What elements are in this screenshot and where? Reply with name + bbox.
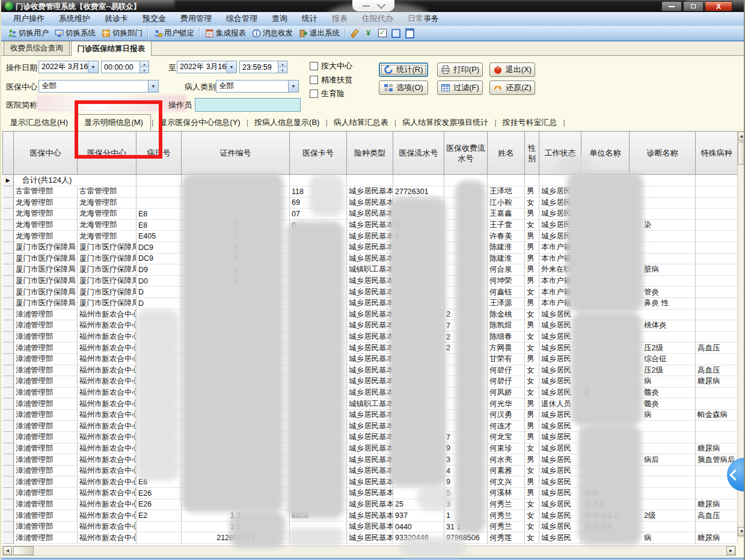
checkbox-icon[interactable] xyxy=(310,76,318,84)
integrated-report-button[interactable]: 集成报表 xyxy=(202,27,249,40)
stat-button[interactable]: 统计(R) xyxy=(379,62,428,77)
scroll-thumb[interactable] xyxy=(738,142,745,165)
document-tabs: 收费员综合查询 门诊医保结算日报表 xyxy=(1,41,744,56)
integrated-report-icon xyxy=(205,29,214,38)
scroll-up-button[interactable]: ▲ xyxy=(738,132,745,141)
scroll-down-button[interactable]: ▼ xyxy=(738,527,745,536)
menu-sys-maint[interactable]: 系统维护 xyxy=(52,12,97,25)
checkbox-icon[interactable] xyxy=(310,62,318,70)
switch-dept-button[interactable]: 切换部门 xyxy=(99,27,146,40)
col-gender[interactable]: 性别 xyxy=(525,132,539,175)
date-to-select[interactable]: 2022年 3月16日 ▼ xyxy=(177,61,237,73)
subtab-patient-info[interactable]: 按病人信息显示(B) xyxy=(249,115,325,130)
cell-instype: 城乡居民基本医疗保险 xyxy=(347,186,393,198)
user-lock-button[interactable]: 用户锁定 xyxy=(150,27,197,40)
cell-name: 何束珍 xyxy=(488,443,525,454)
app-icon xyxy=(5,2,13,10)
cell-name: 何凤娇 xyxy=(488,387,525,398)
horizontal-scrollbar[interactable]: ◄ ► xyxy=(2,546,736,556)
col-cert-no[interactable]: 证件编号 xyxy=(182,132,290,175)
row-selector xyxy=(3,376,14,388)
checkbox-maternity[interactable]: 生育险 xyxy=(310,88,345,99)
col-name[interactable]: 姓名 xyxy=(488,132,525,175)
subtab-invoice-stats[interactable]: 病人结算按发票项目统计 xyxy=(397,115,494,130)
cell-special xyxy=(696,432,738,443)
scroll-right-button[interactable]: ► xyxy=(726,546,735,555)
chevron-down-icon[interactable]: ▼ xyxy=(88,61,98,73)
menu-comprehensive[interactable]: 综合管理 xyxy=(219,12,265,25)
col-diagnosis[interactable]: 诊断名称 xyxy=(630,132,696,175)
subtab-summary[interactable]: 显示汇总信息(H) xyxy=(5,115,73,130)
menu-user-ops[interactable]: 用户操作 xyxy=(6,12,52,25)
chevron-down-icon[interactable]: ▼ xyxy=(288,81,298,92)
menu-query[interactable]: 查询 xyxy=(265,12,295,25)
col-card-no[interactable]: 医保卡号 xyxy=(290,132,347,175)
exit-system-button[interactable]: 退出系统 xyxy=(296,27,343,40)
cell-center: 漳浦管理部 xyxy=(14,454,78,466)
message-button[interactable]: 消息收发 xyxy=(249,27,296,40)
time-from-spinner[interactable]: 00:00:00 ▲▼ xyxy=(101,61,149,73)
cell-record: D0 xyxy=(136,275,182,287)
cell-instype: 城乡居民基本医疗保险 xyxy=(347,421,393,432)
spin-down-icon[interactable]: ▼ xyxy=(278,67,287,73)
minimize-button[interactable] xyxy=(661,1,682,11)
cell-subcenter: 厦门市医疗保障局 xyxy=(78,297,136,309)
close-button[interactable]: X xyxy=(705,1,732,11)
spinner-icons[interactable]: ▲▼ xyxy=(139,61,149,73)
checkbox-poverty[interactable]: 精准扶贫 xyxy=(310,75,352,85)
scroll-left-button[interactable]: ◄ xyxy=(3,546,12,555)
toolbar-separator xyxy=(199,28,200,38)
cell-center: 漳浦管理部 xyxy=(14,476,78,488)
col-serial[interactable]: 医保流水号 xyxy=(393,132,444,175)
app-window: 门诊收费管理系统【收费室--易联众】 X 用户操作 系统维护 就诊卡 预交金 费… xyxy=(0,0,745,560)
spin-up-icon[interactable]: ▲ xyxy=(278,61,287,67)
redaction-blob xyxy=(287,221,344,519)
window2-icon[interactable] xyxy=(405,29,414,38)
operator-input[interactable] xyxy=(195,98,301,112)
subtab-settle-summary[interactable]: 病人结算汇总表 xyxy=(328,115,394,130)
switch-user-button[interactable]: 切换用户 xyxy=(5,27,52,40)
subtab-regdept-summary[interactable]: 按挂号科室汇总 xyxy=(497,115,563,130)
cell-instype: 城镇职工基本医疗保险 xyxy=(347,398,393,410)
col-insurance-type[interactable]: 险种类型 xyxy=(347,132,393,175)
restore-button[interactable] xyxy=(683,1,704,11)
print-button[interactable]: 打印(P) xyxy=(437,62,483,77)
checkbox-icon[interactable] xyxy=(310,90,318,98)
col-center[interactable]: 医保中心 xyxy=(14,132,78,175)
tab-cashier-query[interactable]: 收费员综合查询 xyxy=(4,41,70,55)
patient-type-select[interactable]: 全部 ▼ xyxy=(216,80,299,93)
edit-icon[interactable] xyxy=(350,29,359,38)
center-select[interactable]: 全部 ▼ xyxy=(38,80,159,93)
cell-instype: 城乡居民基本医疗保险 xyxy=(347,231,393,242)
tab-daily-report[interactable]: 门诊医保结算日报表 xyxy=(71,41,152,56)
spinner-icons[interactable]: ▲▼ xyxy=(278,61,287,73)
window-icon[interactable] xyxy=(391,29,400,38)
exit-button[interactable]: 退出(X) xyxy=(489,62,535,77)
menu-stats[interactable]: 统计 xyxy=(295,12,325,25)
cell-status: 城乡居民 xyxy=(539,432,581,443)
restore-button[interactable]: 还原(Z) xyxy=(489,81,535,95)
col-fee-serial[interactable]: 医保收费流水号 xyxy=(444,132,488,175)
cell-name: 王泽源 xyxy=(488,297,525,309)
cell-serial: 27726301 xyxy=(393,186,444,198)
redaction-blob xyxy=(571,312,642,426)
filter-button[interactable]: 过滤(F) xyxy=(437,81,483,95)
cell-instype: 城乡居民基本医疗保险 xyxy=(347,219,393,231)
date-from-select[interactable]: 2022年 3月16日 ▼ xyxy=(38,61,99,73)
subtab-subcenter[interactable]: 显示医保分中心信息(Y) xyxy=(154,115,245,130)
options-button[interactable]: 选项(O) xyxy=(379,81,428,95)
switch-system-button[interactable]: 切换系统 xyxy=(52,27,99,40)
cell-status: 城乡居民 xyxy=(539,521,581,532)
menu-prepay[interactable]: 预交金 xyxy=(135,12,173,25)
checkbox-big-center[interactable]: 按大中心 xyxy=(310,61,352,72)
scroll-thumb[interactable] xyxy=(13,546,34,555)
spin-up-icon[interactable]: ▲ xyxy=(140,61,149,67)
chevron-down-icon[interactable]: ▼ xyxy=(148,81,158,92)
menu-visit-card[interactable]: 就诊卡 xyxy=(97,12,135,25)
spin-down-icon[interactable]: ▼ xyxy=(140,67,149,73)
cell-center: 漳浦管理部 xyxy=(14,342,78,354)
chevron-down-icon[interactable]: ▼ xyxy=(226,61,236,73)
menu-fee-mgmt[interactable]: 费用管理 xyxy=(173,12,219,25)
col-special-disease[interactable]: 特殊病种 xyxy=(696,132,738,175)
time-to-spinner[interactable]: 23:59:59 ▲▼ xyxy=(239,61,287,73)
